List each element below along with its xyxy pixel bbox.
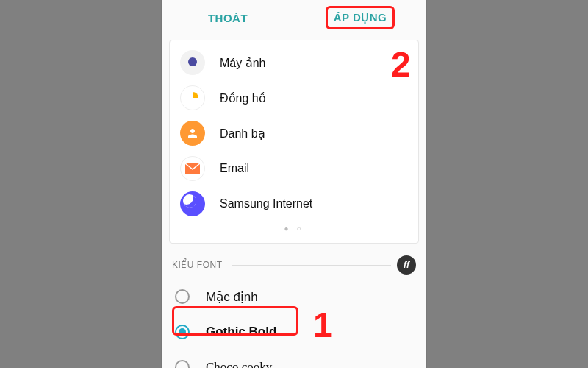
app-label: Samsung Internet: [220, 197, 312, 210]
app-label: Email: [220, 162, 249, 175]
app-label: Máy ảnh: [220, 56, 265, 70]
email-icon: [180, 156, 205, 181]
app-row: Samsung Internet: [170, 186, 418, 222]
highlight-box-1: [172, 306, 298, 336]
app-label: Đồng hồ: [220, 91, 266, 105]
radio-icon[interactable]: [175, 289, 190, 304]
app-label: Danh bạ: [220, 127, 265, 141]
action-bar: THOÁT ÁP DỤNG: [162, 0, 426, 35]
apply-button-wrap[interactable]: ÁP DỤNG: [294, 6, 426, 29]
page-dots: ● ○: [170, 222, 418, 238]
font-option-choco-cooky[interactable]: Choco cooky: [162, 350, 426, 368]
clock-icon: [180, 85, 205, 110]
internet-icon: [180, 191, 205, 216]
app-row: Đồng hồ: [170, 80, 418, 116]
font-section-header: KIỂU FONT ff: [162, 250, 426, 279]
divider: [232, 265, 392, 266]
app-row: Email: [170, 151, 418, 186]
font-preview-card: Máy ảnh Đồng hồ Danh bạ Email Samsung In…: [169, 40, 419, 244]
font-label: Mặc định: [206, 289, 258, 305]
exit-button[interactable]: THOÁT: [162, 12, 294, 24]
app-row: Danh bạ: [170, 116, 418, 151]
apply-button[interactable]: ÁP DỤNG: [326, 6, 395, 29]
font-store-icon[interactable]: ff: [397, 255, 416, 275]
section-title: KIỂU FONT: [172, 260, 226, 270]
marker-1: 1: [313, 305, 333, 345]
radio-icon[interactable]: [175, 360, 190, 368]
marker-2: 2: [391, 44, 411, 85]
contacts-icon: [180, 121, 205, 146]
app-row: Máy ảnh: [170, 45, 418, 80]
font-label: Choco cooky: [206, 360, 272, 368]
camera-icon: [180, 50, 205, 75]
